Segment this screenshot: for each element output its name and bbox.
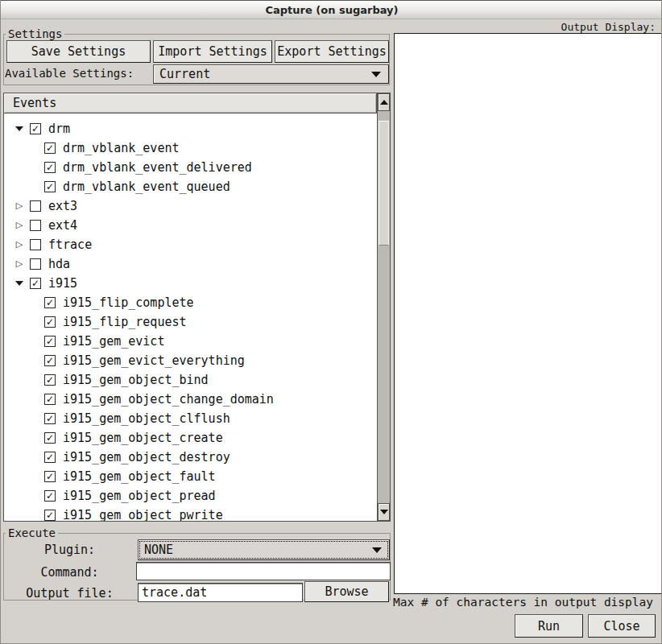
import-settings-button[interactable]: Import Settings	[153, 40, 272, 63]
event-checkbox[interactable]	[30, 200, 41, 212]
tree-row: ✓i915_gem_object_bind	[4, 370, 377, 390]
event-checkbox[interactable]: ✓	[44, 374, 56, 386]
tree-row: ✓drm	[4, 119, 377, 138]
event-label[interactable]: i915_gem_object_destroy	[63, 450, 230, 464]
tree-row: ✓drm_vblank_event_queued	[4, 177, 377, 196]
window-title: Capture (on sugarbay)	[265, 4, 398, 16]
event-checkbox[interactable]: ✓	[44, 394, 56, 405]
browse-button[interactable]: Browse	[304, 581, 389, 602]
plugin-combo[interactable]: NONE	[138, 539, 390, 560]
event-checkbox[interactable]: ✓	[30, 123, 41, 134]
event-checkbox[interactable]: ✓	[44, 336, 56, 347]
export-settings-button[interactable]: Export Settings	[275, 40, 389, 63]
event-label[interactable]: i915_gem_evict_everything	[63, 353, 245, 368]
event-label[interactable]: ext4	[48, 218, 77, 233]
event-label[interactable]: ext3	[48, 199, 77, 213]
tree-row: ✓i915_gem_object_clflush	[4, 409, 377, 428]
event-checkbox[interactable]: ✓	[30, 278, 41, 289]
tree-row: ✓i915_gem_evict_everything	[4, 351, 377, 370]
events-list: ✓drm✓drm_vblank_event✓drm_vblank_event_d…	[4, 114, 377, 521]
tree-row: ▷ext3	[4, 196, 377, 216]
event-label[interactable]: i915_gem_object_change_domain	[63, 392, 274, 407]
scroll-down-button[interactable]	[378, 503, 390, 521]
output-file-label: Output file:	[7, 586, 132, 601]
event-checkbox[interactable]	[30, 239, 41, 250]
output-file-input[interactable]	[138, 583, 303, 602]
tree-row: ✓i915_gem_object_pread	[4, 486, 377, 506]
output-display-label: Output Display:	[561, 21, 656, 33]
command-label: Command:	[7, 565, 132, 580]
plugin-value: NONE	[144, 543, 173, 557]
event-label[interactable]: i915_gem_object_create	[63, 431, 223, 445]
event-checkbox[interactable]	[30, 258, 41, 270]
tree-row: ▷ftrace	[4, 235, 377, 254]
chevron-down-icon	[372, 547, 382, 553]
event-label[interactable]: i915_gem_object_clflush	[63, 411, 230, 426]
tree-row: ✓i915_flip_request	[4, 312, 377, 332]
events-tree: Events ✓drm✓drm_vblank_event✓drm_vblank_…	[3, 93, 391, 522]
arrow-up-icon	[380, 100, 388, 105]
collapse-expander-icon[interactable]	[14, 281, 24, 286]
scroll-up-button[interactable]	[378, 93, 390, 111]
event-checkbox[interactable]: ✓	[44, 413, 56, 424]
event-label[interactable]: i915	[48, 276, 77, 291]
tree-row: ✓i915_gem_object_change_domain	[4, 390, 377, 409]
titlebar[interactable]: Capture (on sugarbay)	[1, 0, 662, 19]
event-label[interactable]: i915_flip_request	[63, 315, 187, 329]
tree-row: ✓i915_gem_evict	[4, 332, 377, 351]
event-checkbox[interactable]: ✓	[44, 162, 56, 173]
command-input[interactable]	[136, 562, 391, 580]
event-checkbox[interactable]: ✓	[44, 432, 56, 444]
expand-expander-icon[interactable]: ▷	[14, 221, 24, 230]
event-checkbox[interactable]: ✓	[44, 452, 56, 463]
collapse-expander-icon[interactable]	[14, 126, 24, 131]
event-checkbox[interactable]: ✓	[44, 297, 56, 308]
events-header-label: Events	[13, 96, 56, 110]
expand-expander-icon[interactable]: ▷	[14, 240, 24, 250]
expand-expander-icon[interactable]: ▷	[14, 201, 24, 211]
event-checkbox[interactable]: ✓	[44, 490, 56, 502]
scrollbar-thumb[interactable]	[379, 121, 389, 246]
save-settings-button[interactable]: Save Settings	[6, 40, 151, 63]
event-label[interactable]: i915_gem_object_pread	[63, 489, 216, 503]
event-checkbox[interactable]: ✓	[44, 142, 56, 154]
event-checkbox[interactable]	[30, 220, 41, 231]
settings-frame-label: Settings	[6, 28, 64, 39]
event-label[interactable]: drm_vblank_event_queued	[63, 180, 230, 194]
event-label[interactable]: hda	[48, 257, 70, 271]
event-label[interactable]: drm_vblank_event	[63, 141, 180, 155]
tree-row: ✓i915_gem_object_fault	[4, 467, 377, 486]
chevron-down-icon	[371, 72, 381, 77]
event-label[interactable]: i915_gem_object_pwrite	[63, 508, 223, 521]
arrow-down-icon	[380, 510, 388, 514]
capture-window: Capture (on sugarbay) Settings Save Sett…	[0, 0, 662, 644]
available-settings-combo[interactable]: Current	[153, 64, 389, 84]
tree-row: ✓i915	[4, 274, 377, 293]
tree-row: ✓i915_flip_complete	[4, 293, 377, 312]
event-label[interactable]: drm	[48, 122, 70, 136]
event-label[interactable]: i915_gem_object_bind	[63, 373, 209, 387]
tree-row: ✓i915_gem_object_create	[4, 428, 377, 448]
run-button[interactable]: Run	[515, 614, 583, 638]
available-settings-label: Available Settings:	[5, 67, 134, 80]
available-settings-value: Current	[159, 67, 210, 81]
event-checkbox[interactable]: ✓	[44, 181, 56, 192]
tree-row: ✓drm_vblank_event	[4, 138, 377, 158]
event-checkbox[interactable]: ✓	[44, 355, 56, 366]
expand-expander-icon[interactable]: ▷	[14, 259, 24, 269]
max-chars-label: Max # of characters in output display	[393, 596, 653, 609]
event-label[interactable]: drm_vblank_event_delivered	[63, 160, 252, 175]
tree-row: ✓drm_vblank_event_delivered	[4, 158, 377, 177]
event-label[interactable]: i915_flip_complete	[63, 295, 194, 310]
event-checkbox[interactable]: ✓	[44, 510, 56, 521]
event-label[interactable]: i915_gem_evict	[63, 334, 164, 349]
events-column-header[interactable]: Events	[4, 93, 377, 114]
event-checkbox[interactable]: ✓	[44, 316, 56, 328]
event-checkbox[interactable]: ✓	[44, 471, 56, 482]
output-display-area[interactable]	[394, 33, 662, 594]
event-label[interactable]: i915_gem_object_fault	[63, 469, 216, 484]
tree-row: ✓i915_gem_object_pwrite	[4, 506, 377, 521]
event-label[interactable]: ftrace	[48, 237, 92, 252]
events-scrollbar[interactable]	[377, 93, 390, 521]
close-button[interactable]: Close	[588, 614, 656, 638]
